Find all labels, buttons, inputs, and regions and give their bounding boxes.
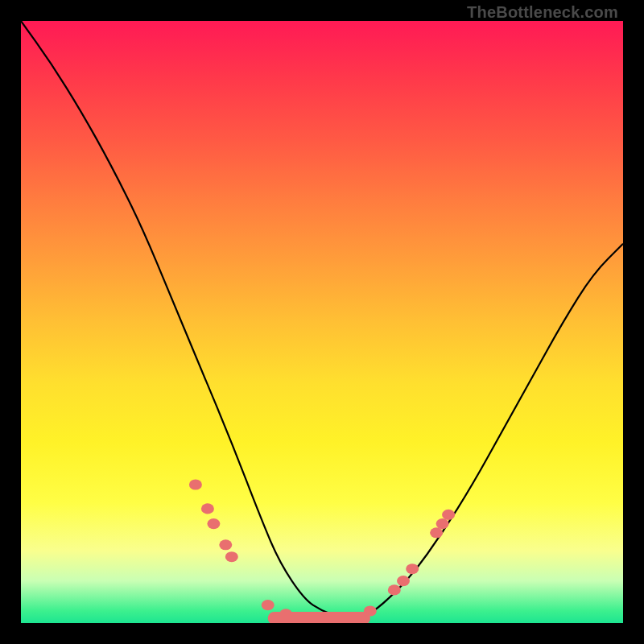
scatter-point xyxy=(388,584,401,595)
scatter-point xyxy=(397,576,410,586)
watermark-text: TheBottleneck.com xyxy=(467,3,618,22)
scatter-point xyxy=(406,564,419,574)
scatter-point xyxy=(225,551,238,562)
scatter-point xyxy=(207,518,220,529)
scatter-point xyxy=(189,479,202,489)
curve-layer xyxy=(21,21,623,623)
scatter-point xyxy=(430,527,443,538)
bottleneck-curve xyxy=(21,21,623,617)
scatter-point xyxy=(201,503,214,514)
scatter-point xyxy=(262,600,275,610)
gradient-plot-area xyxy=(21,21,623,623)
scatter-point xyxy=(436,518,449,529)
scatter-point xyxy=(442,510,455,520)
bottom-bar xyxy=(268,612,370,623)
scatter-point xyxy=(219,539,232,550)
chart-frame xyxy=(21,21,623,623)
scatter-markers xyxy=(189,479,455,623)
